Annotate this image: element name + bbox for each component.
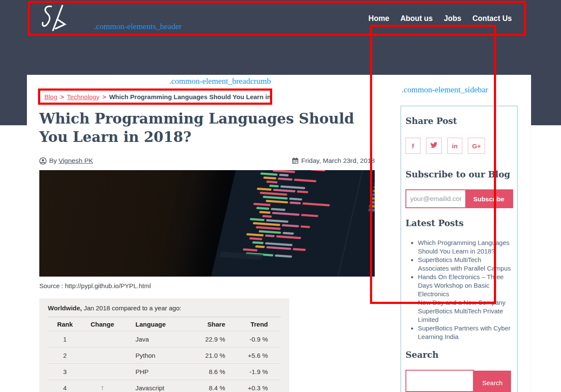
breadcrumb-separator: > — [103, 93, 106, 100]
source-line: Source : http://pypl.github.io/PYPL.html — [39, 282, 151, 289]
table-cell: 8.4 % — [197, 384, 225, 392]
article-image — [39, 170, 375, 277]
social-row: finG+ — [405, 138, 511, 154]
table-cell: ↑ — [82, 384, 123, 392]
calendar-icon — [292, 157, 299, 164]
column-header: Trend — [225, 321, 281, 328]
latest-posts-list: Which Programming Languages Should You L… — [405, 239, 511, 341]
column-header: Language — [123, 321, 197, 328]
annotation-sidebar-label: .common-element_sidebar — [402, 85, 488, 94]
table-cell: +5.6 % — [225, 352, 281, 359]
table-cell: Java — [123, 336, 197, 343]
table-cell: +0.3 % — [225, 384, 281, 392]
nav-item-about-us[interactable]: About us — [400, 14, 433, 23]
latest-post-link[interactable]: Which Programming Languages Should You L… — [418, 239, 511, 256]
email-input[interactable] — [406, 190, 465, 207]
column-header: Change — [82, 321, 123, 328]
latest-post-link[interactable]: Hands On Electronics – Three Days Worksh… — [418, 273, 511, 298]
breadcrumb-separator: > — [60, 93, 64, 100]
latest-posts-title: Latest Posts — [405, 218, 511, 228]
share-twitter-button[interactable] — [426, 138, 442, 154]
breadcrumb-link[interactable]: Technology — [67, 93, 100, 100]
trend-up-arrow-icon: ↑ — [100, 384, 104, 392]
monitor-screen — [200, 170, 375, 277]
table-cell: -0.9 % — [225, 336, 281, 343]
table-cell: PHP — [123, 368, 197, 375]
date-group: Friday, March 23rd, 2018 — [292, 157, 375, 165]
table-cell: 2 — [48, 352, 82, 359]
share-linkedin-button[interactable]: in — [447, 138, 462, 154]
article-title: Which Programming Languages Should You L… — [39, 110, 373, 147]
share-post-title: Share Post — [405, 116, 511, 126]
table-caption: Worldwide, Jan 2018 compared to a year a… — [48, 304, 281, 312]
subscribe-form: Subscribe — [405, 189, 513, 208]
table-cell: 22.9 % — [197, 336, 225, 343]
nav-item-jobs[interactable]: Jobs — [444, 14, 461, 23]
search-input[interactable] — [405, 370, 474, 392]
column-header: Share — [197, 321, 225, 328]
subscribe-title: Subscribe to our Blog — [405, 169, 511, 180]
code-lines-blurred — [368, 170, 375, 216]
byline: By Vignesh PK Friday, March 23rd, 2018 — [39, 157, 375, 165]
pypl-grid: RankChangeLanguageShareTrend1Java22.9 %-… — [48, 317, 281, 392]
breadcrumb-link[interactable]: Blog — [44, 93, 57, 100]
table-row: 2Python21.0 %+5.6 % — [48, 348, 281, 364]
latest-post-link[interactable]: New Day and a New Company SuperBotics Mu… — [418, 298, 511, 324]
main-nav: HomeAbout usJobsContact Us — [368, 14, 512, 23]
table-cell: 4 — [48, 384, 82, 392]
author-link[interactable]: Vignesh PK — [59, 157, 93, 165]
latest-post-link[interactable]: SuperBotics Partners with Cyber Learning… — [418, 324, 511, 341]
column-header: Rank — [48, 321, 82, 328]
latest-post-link[interactable]: SuperBotics MultiTech Associates with Pa… — [418, 256, 511, 273]
search-form: Search — [405, 370, 511, 392]
table-cell: -1.9 % — [225, 368, 281, 375]
nav-item-home[interactable]: Home — [368, 14, 389, 23]
table-cell: 3 — [48, 368, 82, 375]
facebook-icon: f — [412, 142, 414, 150]
sidebar: Share Post finG+ Subscribe to our Blog S… — [400, 106, 518, 392]
table-cell: Python — [123, 352, 197, 359]
annotation-header-label: .common-elements_header — [94, 22, 182, 31]
table-cell: 1 — [48, 336, 82, 343]
google-plus-icon: G+ — [472, 142, 481, 150]
subscribe-button[interactable]: Subscribe — [465, 190, 512, 207]
table-header-row: RankChangeLanguageShareTrend — [48, 317, 281, 331]
share-facebook-button[interactable]: f — [405, 138, 420, 154]
superbotics-logo[interactable] — [38, 4, 68, 33]
table-cell: 8.6 % — [197, 368, 225, 375]
author-icon — [39, 157, 47, 165]
pypl-table: Worldwide, Jan 2018 compared to a year a… — [39, 298, 289, 392]
table-cell: 21.0 % — [197, 352, 225, 359]
page: .common-elements_header HomeAbout usJobs… — [0, 0, 561, 392]
table-row: 1Java22.9 %-0.9 % — [48, 331, 281, 348]
byline-prefix: By — [49, 157, 57, 165]
twitter-icon — [430, 142, 438, 150]
site-header: .common-elements_header HomeAbout usJobs… — [28, 1, 526, 36]
search-title: Search — [405, 350, 511, 360]
annotation-breadcrumb-label: .common-element_breadcrumb — [169, 77, 271, 86]
share-google-plus-button[interactable]: G+ — [468, 138, 485, 154]
table-cell: Javascript — [123, 384, 197, 392]
breadcrumb-current: Which Programming Languages Should You L… — [109, 93, 272, 100]
linkedin-icon: in — [452, 142, 458, 150]
article-date: Friday, March 23rd, 2018 — [301, 157, 375, 165]
nav-item-contact-us[interactable]: Contact Us — [473, 14, 512, 23]
breadcrumb: Blog>Technology>Which Programming Langua… — [38, 88, 272, 105]
search-button[interactable]: Search — [474, 371, 511, 392]
table-row: 3PHP8.6 %-1.9 % — [48, 364, 281, 380]
table-row: 4↑Javascript8.4 %+0.3 % — [48, 380, 281, 392]
